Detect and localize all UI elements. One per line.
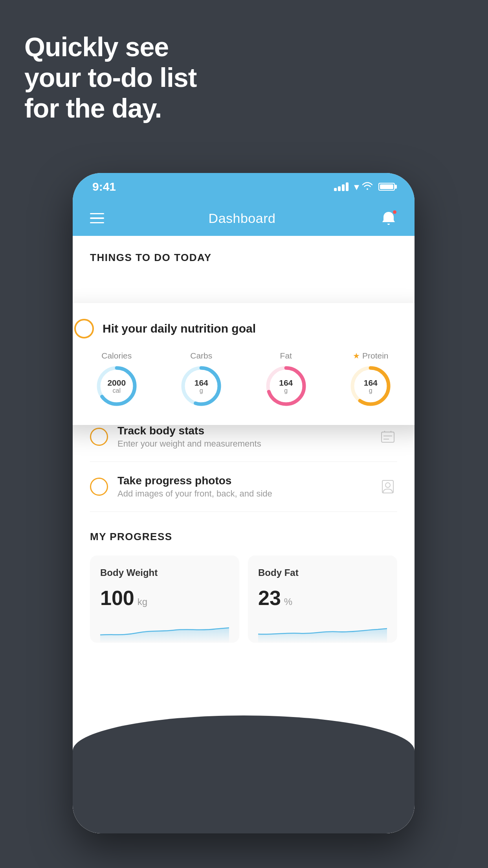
fat-ring: 164g (264, 364, 308, 408)
body-weight-card[interactable]: Body Weight 100 kg (90, 555, 239, 643)
fat-value: 164g (279, 378, 293, 394)
protein-label: ★ Protein (353, 351, 389, 360)
progress-heading: MY PROGRESS (90, 531, 397, 543)
nav-bar: Dashboard (73, 200, 415, 236)
portrait-icon (378, 477, 397, 496)
star-icon: ★ (353, 351, 360, 360)
body-weight-value: 100 (100, 586, 134, 610)
body-weight-chart (100, 619, 229, 643)
svg-rect-8 (382, 432, 394, 442)
body-fat-value-row: 23 % (258, 586, 387, 610)
nutrition-card-title-row: Hit your daily nutrition goal (74, 319, 413, 338)
body-weight-unit: kg (138, 596, 147, 607)
calories-ring: 2000cal (95, 364, 138, 408)
calories-value: 2000cal (107, 378, 126, 394)
things-to-do-heading: THINGS TO DO TODAY (73, 236, 415, 272)
protein-value: 164g (364, 378, 378, 394)
notification-bell-button[interactable] (380, 210, 397, 227)
phone-content: THINGS TO DO TODAY Hit your daily nutrit… (73, 236, 415, 833)
hero-heading: Quickly see your to-do list for the day. (24, 31, 196, 124)
progress-cards: Body Weight 100 kg (90, 555, 397, 643)
todo-circle-body-stats (90, 428, 108, 446)
fat-label: Fat (280, 351, 292, 360)
status-bar: 9:41 ▾ (73, 173, 415, 200)
phone-mockup: 9:41 ▾ Dashboard (73, 173, 415, 833)
wifi-icon: ▾ (354, 181, 373, 193)
macro-fat: Fat 164g (264, 351, 308, 408)
nutrition-card: Hit your daily nutrition goal Calories (73, 303, 415, 425)
body-fat-chart (258, 619, 387, 643)
battery-icon (378, 183, 395, 191)
body-weight-title: Body Weight (100, 567, 229, 578)
carbs-ring: 164g (180, 364, 223, 408)
status-time: 9:41 (92, 180, 116, 193)
body-fat-card[interactable]: Body Fat 23 % (248, 555, 397, 643)
menu-button[interactable] (90, 213, 104, 224)
macro-carbs: Carbs 164g (180, 351, 223, 408)
signal-icon (334, 182, 349, 191)
scale-icon (378, 427, 397, 446)
progress-section: MY PROGRESS Body Weight 100 kg (73, 512, 415, 658)
todo-subtitle-photos: Add images of your front, back, and side (117, 489, 369, 499)
calories-label: Calories (101, 351, 132, 360)
nutrition-circle-checkbox[interactable] (74, 319, 94, 338)
svg-rect-9 (382, 480, 393, 493)
notification-dot (392, 210, 397, 215)
macro-calories: Calories 2000cal (95, 351, 138, 408)
todo-item-photos[interactable]: Take progress photos Add images of your … (90, 462, 397, 512)
body-fat-title: Body Fat (258, 567, 387, 578)
todo-text-photos: Take progress photos Add images of your … (117, 474, 369, 499)
nav-title: Dashboard (209, 211, 276, 226)
carbs-value: 164g (194, 378, 208, 394)
todo-subtitle-body-stats: Enter your weight and measurements (117, 439, 369, 449)
status-icons: ▾ (334, 181, 395, 193)
body-fat-unit: % (284, 596, 292, 607)
todo-title-body-stats: Track body stats (117, 425, 369, 437)
todo-title-photos: Take progress photos (117, 474, 369, 487)
carbs-label: Carbs (190, 351, 212, 360)
todo-text-body-stats: Track body stats Enter your weight and m… (117, 425, 369, 449)
todo-circle-photos (90, 478, 108, 496)
nutrition-card-title: Hit your daily nutrition goal (103, 322, 256, 335)
body-fat-value: 23 (258, 586, 281, 610)
dark-curve (73, 715, 415, 833)
protein-ring: 164g (349, 364, 392, 408)
macros-row: Calories 2000cal C (74, 351, 413, 408)
body-weight-value-row: 100 kg (100, 586, 229, 610)
svg-point-10 (385, 483, 390, 487)
macro-protein: ★ Protein 164g (349, 351, 392, 408)
